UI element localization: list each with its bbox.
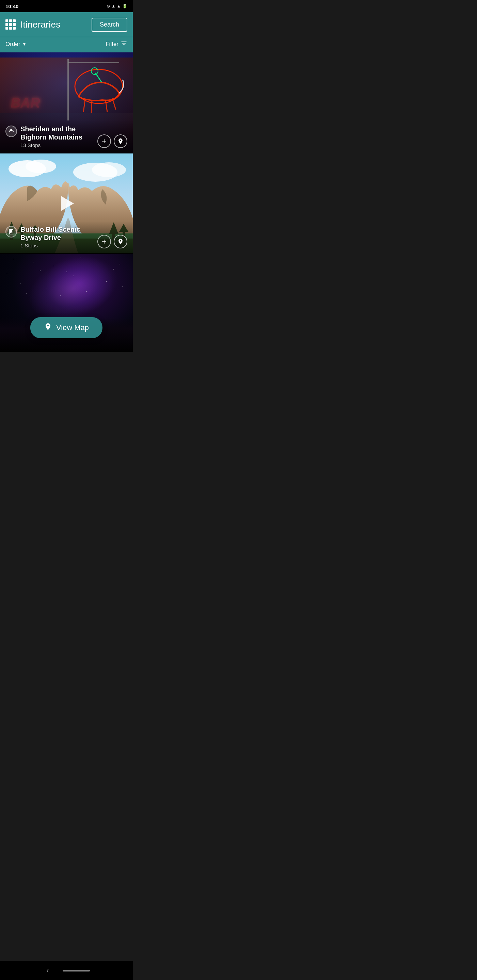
status-bar: 10:40 ⊖ ▲ ▲ 🔋 [0, 0, 133, 12]
filter-label: Filter [105, 41, 118, 48]
wifi-icon: ▲ [111, 4, 115, 8]
filter-button[interactable]: Filter [105, 40, 127, 48]
card-buffalo-bill[interactable]: Buffalo Bill Scenic Byway Drive 1 Stops [0, 153, 133, 253]
card-1-stops: 13 Stops [21, 142, 97, 148]
status-time: 10:40 [5, 3, 18, 9]
play-triangle-icon [61, 196, 74, 211]
order-button[interactable]: Order ▼ [5, 41, 26, 48]
card-sheridan[interactable]: BAR [0, 52, 133, 153]
map-pin-button-card1[interactable] [114, 134, 127, 148]
card-1-bottom: Sheridan and the Bighorn Mountains 13 St… [0, 121, 133, 153]
card-2-title: Buffalo Bill Scenic Byway Drive [21, 225, 97, 242]
card-2-text: Buffalo Bill Scenic Byway Drive 1 Stops [21, 225, 97, 248]
svg-point-13 [26, 159, 56, 173]
add-button-card1[interactable] [97, 134, 111, 148]
svg-point-15 [92, 162, 126, 177]
svg-line-6 [91, 101, 92, 113]
play-button[interactable] [56, 193, 77, 214]
cards-list: BAR [0, 52, 133, 352]
status-icons: ⊖ ▲ ▲ 🔋 [107, 4, 127, 8]
cowboy-hat-icon [5, 126, 17, 137]
filter-funnel-icon [121, 40, 127, 48]
page-title: Itineraries [21, 19, 60, 30]
card-2-actions [97, 235, 127, 248]
card-2-stops: 1 Stops [21, 243, 97, 248]
battery-icon: 🔋 [122, 4, 127, 8]
main-content: 10:40 ⊖ ▲ ▲ 🔋 Itineraries Search Order [0, 0, 133, 371]
card-1-info: Sheridan and the Bighorn Mountains 13 St… [5, 125, 97, 148]
filter-bar: Order ▼ Filter [0, 37, 133, 52]
chevron-down-icon: ▼ [22, 42, 26, 47]
view-map-label: View Map [56, 323, 89, 332]
card-night-sky[interactable]: View Map [0, 253, 133, 352]
map-pin-icon [44, 323, 52, 333]
add-button-card2[interactable] [97, 235, 111, 248]
do-not-disturb-icon: ⊖ [107, 4, 110, 8]
app-header: Itineraries Search [0, 12, 133, 37]
view-map-button[interactable]: View Map [30, 317, 102, 338]
book-icon [5, 226, 17, 237]
card-1-title: Sheridan and the Bighorn Mountains [21, 125, 97, 141]
card-1-actions [97, 134, 127, 148]
card-2-info: Buffalo Bill Scenic Byway Drive 1 Stops [5, 225, 97, 248]
grid-menu-icon[interactable] [5, 19, 16, 30]
signal-icon: ▲ [117, 4, 121, 8]
header-left: Itineraries [5, 19, 60, 30]
order-label: Order [5, 41, 20, 48]
map-pin-button-card2[interactable] [114, 235, 127, 248]
card-1-text: Sheridan and the Bighorn Mountains 13 St… [21, 125, 97, 148]
search-button[interactable]: Search [92, 18, 127, 32]
card-2-bottom: Buffalo Bill Scenic Byway Drive 1 Stops [0, 221, 133, 253]
